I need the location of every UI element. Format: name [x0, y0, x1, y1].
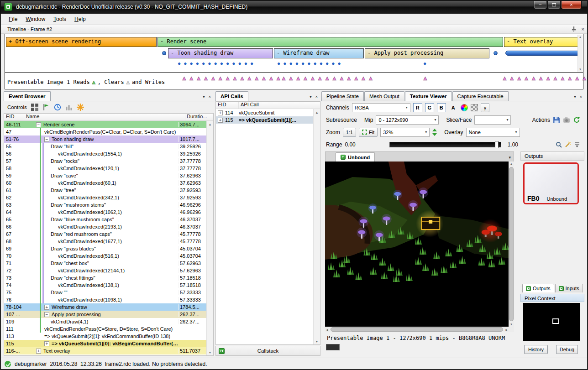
- event-row[interactable]: 70 vkCmdDrawIndexed(516,1) 45.03704: [4, 252, 206, 260]
- tab-outputs[interactable]: Outputs: [522, 284, 554, 292]
- history-button[interactable]: History: [524, 345, 548, 354]
- event-row[interactable]: 64 vkCmdDrawIndexed(1062,1) 46.96296: [4, 208, 206, 216]
- timeline-panel-header[interactable]: Timeline - Frame #2 ×: [0, 25, 588, 34]
- event-row[interactable]: 109 vkCmdDraw(4,1) 262.37...: [4, 318, 206, 325]
- tree-expand-box[interactable]: +: [218, 110, 223, 115]
- api-call-row[interactable]: + 114 vkQueueSubmit: [216, 109, 320, 116]
- event-row[interactable]: 66 vkCmdDrawIndexed(2193,1) 46.37037: [4, 223, 206, 230]
- event-row[interactable]: 69 Draw "grass blades" 45.03704: [4, 245, 206, 252]
- event-row[interactable]: 73 Draw "chest fittings" 57.18518: [4, 274, 206, 281]
- event-row[interactable]: 113 => vkQueueSubmit(2)[1]: vkEndCommand…: [4, 333, 206, 340]
- event-row[interactable]: 67 Draw "red mushroom caps" 45.77778: [4, 230, 206, 238]
- tree-expand-box[interactable]: −: [36, 122, 41, 127]
- tab-event-browser[interactable]: Event Browser: [4, 91, 51, 101]
- texture-display[interactable]: ▲ ▼ ◀ ▶: [325, 162, 514, 332]
- tree-expand-box[interactable]: +: [36, 349, 41, 354]
- scroll-up-icon[interactable]: ▲: [579, 36, 582, 38]
- outputs-header[interactable]: Outputs: [520, 151, 584, 161]
- export-icon[interactable]: [563, 116, 570, 124]
- star-icon[interactable]: [77, 104, 84, 111]
- overlay-combo[interactable]: None ▾: [466, 128, 520, 137]
- alpha-checkerboard-icon[interactable]: [471, 104, 478, 111]
- event-row[interactable]: 65 Draw "blue mushroom caps" 46.37037: [4, 216, 206, 223]
- scroll-up-icon[interactable]: ▲: [510, 162, 513, 165]
- wireframe-draw-dots[interactable]: ●●●●●●●●●●●: [277, 60, 344, 67]
- timeline-region-text-overlay[interactable]: - Text overlay: [504, 37, 582, 47]
- event-row[interactable]: 75 Draw "" 57.33333: [4, 289, 206, 296]
- panel-close-icon[interactable]: ×: [209, 94, 211, 99]
- chart-icon[interactable]: [65, 104, 73, 111]
- tab-unbound-texture[interactable]: Unbound: [336, 152, 375, 162]
- range-max-value[interactable]: 1.00: [508, 141, 518, 148]
- pixel-context-header[interactable]: Pixel Context: [520, 294, 584, 302]
- event-row[interactable]: 56 vkCmdDrawIndexed(1554,1) 39.25926: [4, 150, 206, 157]
- event-row[interactable]: 111 vkCmdEndRenderPass(C=Store, D=Store,…: [4, 325, 206, 333]
- fb0-thumbnail[interactable]: FB0 Unbound: [523, 162, 579, 204]
- write-markers-toon[interactable]: ▲▲▲▲▲▲▲▲▲▲▲▲▲▲: [181, 75, 283, 82]
- fit-button[interactable]: Fit: [359, 128, 378, 137]
- alpha-channel-button[interactable]: A: [449, 103, 458, 112]
- menu-item[interactable]: Tools: [49, 15, 70, 24]
- tab-capture-executable[interactable]: Capture Executable: [452, 91, 509, 101]
- text-overlay-draws-bar[interactable]: [505, 51, 581, 56]
- write-markers-text-overlay[interactable]: ▲▲▲▲▲▲▲▲▲▲▲▲▲: [502, 75, 588, 82]
- scrollbar-thumb[interactable]: [331, 327, 503, 332]
- gamma-button[interactable]: γ: [481, 103, 490, 112]
- range-min-value[interactable]: 0.00: [345, 141, 355, 148]
- range-slider[interactable]: [389, 142, 501, 147]
- post-draw-dot[interactable]: ●: [423, 60, 429, 67]
- column-eid[interactable]: EID: [216, 102, 239, 109]
- event-row[interactable]: 57 Draw "rocks" 37.77778: [4, 157, 206, 165]
- event-row[interactable]: 61 Draw "tree" 37.92593: [4, 187, 206, 194]
- draw-event-dot[interactable]: [162, 51, 166, 55]
- scroll-left-icon[interactable]: ◀: [326, 328, 328, 331]
- event-row[interactable]: 60 vkCmdDrawIndexed(60,1) 37.62963: [4, 179, 206, 187]
- panel-menu-icon[interactable]: ▾: [310, 94, 312, 99]
- panel-menu-icon[interactable]: ▾: [574, 94, 576, 99]
- scroll-down-icon[interactable]: ▼: [579, 68, 582, 71]
- tree-expand-box[interactable]: +: [218, 118, 223, 123]
- column-api-call[interactable]: API Call: [239, 102, 320, 109]
- scroll-down-icon[interactable]: ▼: [510, 323, 513, 326]
- scroll-up-icon[interactable]: ▲: [314, 109, 320, 115]
- maximize-button[interactable]: [547, 1, 561, 9]
- tree-expand-box[interactable]: +: [44, 341, 49, 346]
- panel-menu-icon[interactable]: ▾: [203, 94, 205, 99]
- timeline-region-wireframe[interactable]: - Wireframe draw: [274, 48, 364, 58]
- column-eid[interactable]: EID: [4, 114, 24, 120]
- minimize-button[interactable]: −: [534, 1, 547, 9]
- tree-expand-box[interactable]: −: [44, 137, 49, 142]
- event-row[interactable]: 55 Draw "hill" 39.25926: [4, 143, 206, 150]
- tree-expand-box[interactable]: −: [44, 312, 49, 317]
- event-row[interactable]: 59 Draw "cave" 37.62963: [4, 172, 206, 179]
- write-markers-wireframe[interactable]: ▲▲▲▲▲▲▲▲▲▲▲▲▲: [281, 75, 375, 82]
- menu-item[interactable]: File: [5, 15, 21, 24]
- texture-image[interactable]: [325, 162, 509, 327]
- timeline-scrollbar[interactable]: ▲ ▼: [578, 35, 583, 72]
- debug-button[interactable]: Debug: [556, 345, 578, 354]
- timeline-region-offscreen[interactable]: + Off-screen scene rendering: [6, 37, 157, 47]
- menu-item[interactable]: Window: [21, 15, 49, 24]
- column-duration[interactable]: Duratio...: [185, 114, 213, 120]
- refresh-icon[interactable]: [573, 116, 580, 124]
- callstack-panel-header[interactable]: Callstack: [215, 346, 320, 356]
- timeline-region-post-processing[interactable]: - Apply post processing: [365, 48, 489, 58]
- tab-mesh-output[interactable]: Mesh Output: [364, 91, 404, 101]
- blue-channel-button[interactable]: B: [437, 103, 446, 112]
- tree-expand-box[interactable]: +: [44, 305, 49, 310]
- scroll-down-icon[interactable]: ▼: [314, 338, 320, 344]
- texture-list-dropdown-icon[interactable]: ▾: [509, 155, 514, 162]
- event-row[interactable]: 68 vkCmdDrawIndexed(1677,1) 45.77778: [4, 238, 206, 245]
- event-row[interactable]: 47 vkCmdBeginRenderPass(C=Clear, D=Clear…: [4, 128, 206, 135]
- tab-pipeline-state[interactable]: Pipeline State: [321, 91, 364, 101]
- pixel-context-view[interactable]: [523, 303, 580, 341]
- range-options-icon[interactable]: [574, 141, 580, 148]
- zoom-combo[interactable]: 32% ▾: [380, 128, 430, 137]
- clock-icon[interactable]: [54, 104, 61, 111]
- channels-combo[interactable]: RGBA ▾: [352, 103, 410, 112]
- event-row[interactable]: 58 vkCmdDrawIndexed(120,1) 37.77778: [4, 165, 206, 172]
- pin-icon[interactable]: [571, 26, 577, 32]
- texture-vertical-scrollbar[interactable]: ▲ ▼: [509, 162, 514, 327]
- event-row[interactable]: 107-... − Apply post processing 262.37..…: [4, 311, 206, 318]
- flag-icon[interactable]: [42, 104, 50, 111]
